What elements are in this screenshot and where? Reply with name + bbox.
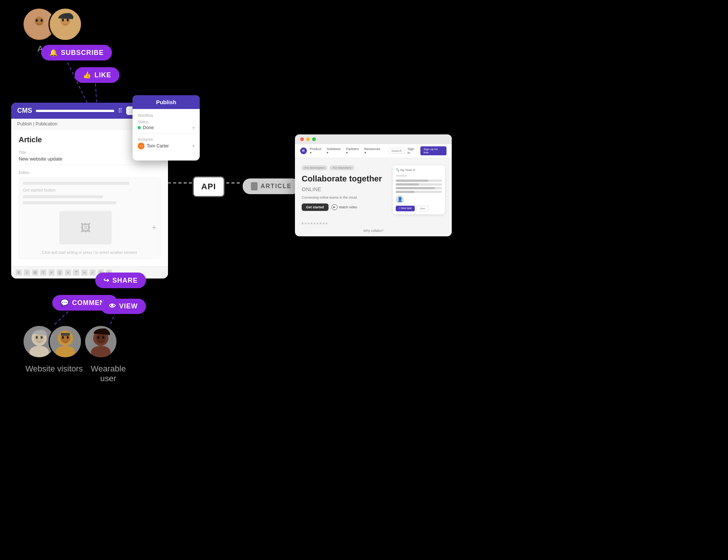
svg-point-15 [36, 19, 38, 22]
svg-point-28 [56, 346, 75, 358]
svg-point-18 [56, 28, 75, 41]
nav-partners[interactable]: Partners ▾ [346, 147, 361, 155]
nav-resources[interactable]: Resources ▾ [364, 147, 383, 155]
svg-point-30 [62, 336, 64, 339]
website-task-row: + New task View [396, 206, 442, 211]
like-label: LIKE [94, 71, 111, 79]
toolbar-code[interactable]: {} [57, 270, 63, 276]
toolbar-italic[interactable]: I [24, 270, 30, 276]
new-task-btn[interactable]: + New task [396, 206, 415, 211]
website-btn-row: Get started ▶ Watch video [302, 203, 388, 211]
traffic-light-red [300, 137, 304, 141]
assignee-row[interactable]: TC Tom Carter ▾ [138, 143, 195, 152]
publish-popup-header: Publish [133, 95, 200, 109]
svg-point-21 [67, 19, 69, 21]
cms-hint: Click and start writing or press / to se… [23, 251, 156, 255]
toolbar-link[interactable]: ∞ [81, 270, 87, 276]
svg-point-31 [67, 336, 69, 339]
api-label: API [201, 182, 216, 191]
website-heading: Collaborate together ONLINE [302, 174, 388, 194]
svg-point-35 [96, 334, 106, 343]
workflow-label: Workflow [138, 113, 195, 118]
toolbar-hash[interactable]: # [49, 270, 55, 276]
play-icon: ▶ [332, 204, 337, 210]
website-search[interactable]: Search [389, 148, 405, 154]
avatar-female-1 [49, 7, 82, 41]
website-video-btn[interactable]: ▶ Watch video [332, 204, 357, 210]
cms-editor-btn: Get started button [23, 188, 156, 192]
website-hero: For developers For Marketers Collaborate… [295, 158, 452, 220]
share-button[interactable]: ↪ SHARE [95, 273, 146, 288]
website-cta-btn[interactable]: Get started [302, 203, 329, 211]
status-value: Done [143, 125, 190, 130]
toolbar-at[interactable]: @ [32, 270, 38, 276]
toolbar-check[interactable]: ✓ [90, 270, 96, 276]
svg-point-20 [62, 19, 64, 21]
website-why-text: Why collabo? [295, 227, 452, 236]
cms-editor-label: Editor [19, 170, 161, 175]
bell-icon: 🔔 [49, 49, 58, 57]
avatar-male-2 [49, 325, 82, 358]
website-visitors-avatars [22, 325, 82, 358]
status-dot [138, 126, 141, 129]
website-timeline-bars [396, 180, 442, 193]
share-label: SHARE [112, 277, 138, 284]
image-icon: 🖼 [80, 222, 91, 234]
article-label: ARTICLE [261, 183, 292, 190]
watch-video-label: Watch video [339, 205, 357, 209]
toolbar-text[interactable]: T [40, 270, 46, 276]
publish-popup: Publish Workflow Status Done ▾ Assignee … [133, 95, 200, 161]
svg-point-36 [97, 336, 100, 339]
website-visitors-label: Website visitors [24, 364, 84, 374]
svg-rect-32 [61, 333, 70, 336]
document-icon [251, 182, 258, 190]
assignee-value: Tom Carter [147, 143, 190, 149]
status-chevron: ▾ [193, 126, 195, 130]
status-row[interactable]: Done ▾ [138, 125, 195, 134]
view-icon: 👁 [109, 302, 116, 310]
website-logo: R [300, 147, 307, 154]
toolbar-bold[interactable]: B [16, 270, 22, 276]
traffic-light-green [312, 137, 316, 141]
traffic-light-yellow [306, 137, 310, 141]
wearable-user-avatar [84, 325, 118, 358]
website-app-row: 🔍 My Team ▾ [396, 168, 442, 172]
subscribe-button[interactable]: 🔔 SUBSCRIBE [41, 45, 112, 60]
article-pill: ARTICLE [243, 178, 300, 194]
website-hero-right: 🔍 My Team ▾ Timeline 👤 + New task View [393, 165, 445, 214]
website-pill-row: For developers For Marketers [302, 165, 388, 170]
website-dots-row [295, 220, 452, 227]
website-subtext: Connecting online teams in the cloud. [302, 195, 388, 200]
toolbar-quote[interactable]: ❝ [73, 270, 79, 276]
publish-popup-body: Workflow Status Done ▾ Assignee TC Tom C… [133, 109, 200, 161]
api-box: API [193, 176, 225, 197]
cms-title: CMS [17, 107, 32, 115]
website-hero-left: For developers For Marketers Collaborate… [302, 165, 388, 214]
toolbar-list[interactable]: ≡ [65, 270, 71, 276]
menu-icon[interactable]: ⠿ [118, 107, 122, 114]
wearable-user-label: Wearable user [84, 364, 133, 383]
status-label: Status [138, 120, 195, 124]
nav-product[interactable]: Product ▾ [310, 147, 324, 155]
cms-editor-line-2 [23, 195, 103, 198]
thumbs-up-icon: 👍 [83, 71, 91, 79]
add-icon[interactable]: + [152, 223, 156, 233]
cms-editor-line-1 [23, 182, 130, 185]
nav-solutions[interactable]: Solutions ▾ [327, 147, 343, 155]
like-button[interactable]: 👍 LIKE [75, 67, 119, 83]
breadcrumb-publication[interactable]: Publication [35, 121, 57, 127]
view-button[interactable]: 👁 VIEW [101, 299, 146, 314]
breadcrumb-publish[interactable]: Publish [17, 121, 32, 127]
website-nav: R Product ▾ Solutions ▾ Partners ▾ Resou… [295, 144, 452, 158]
website-signup[interactable]: Sign up for free [420, 146, 447, 155]
cms-dropdown[interactable] [36, 110, 114, 112]
svg-point-23 [29, 346, 49, 358]
comment-icon: 💬 [60, 299, 69, 307]
website-app-panel: 🔍 My Team ▾ Timeline 👤 + New task View [393, 165, 445, 214]
cms-editor-area[interactable]: Get started button 🖼 + Click and start w… [19, 178, 161, 259]
cms-image-placeholder[interactable]: 🖼 [59, 211, 112, 245]
share-icon: ↪ [103, 276, 109, 284]
view-btn[interactable]: View [416, 206, 429, 211]
website-signin[interactable]: Sign in [408, 147, 418, 155]
pill-2: For Marketers [330, 165, 354, 170]
